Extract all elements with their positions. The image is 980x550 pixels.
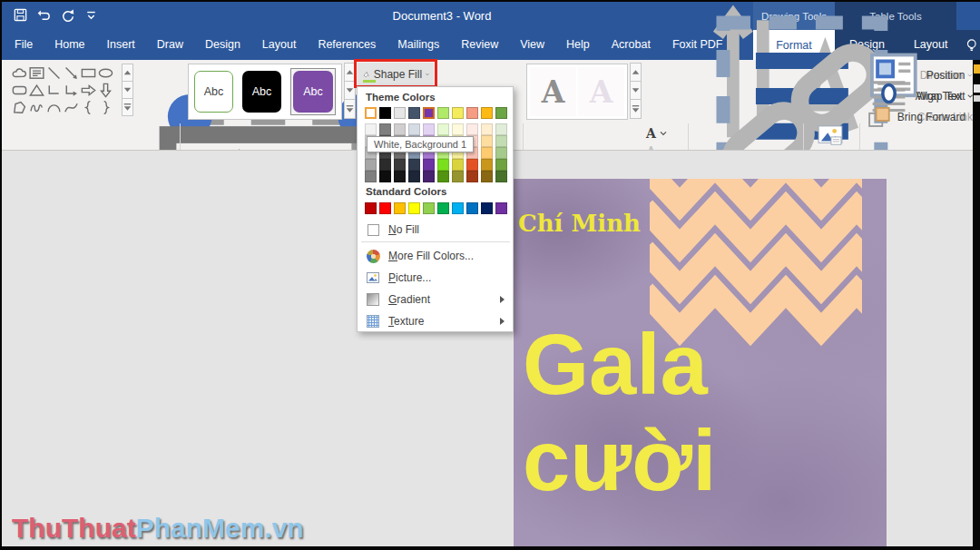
menu-item-picture[interactable]: Picture... <box>358 267 513 289</box>
tab-references[interactable]: References <box>307 30 387 60</box>
theme-variant-swatch[interactable] <box>481 123 493 135</box>
theme-color-swatch[interactable] <box>437 107 449 119</box>
standard-color-swatch[interactable] <box>379 202 391 214</box>
theme-variant-swatch[interactable] <box>394 123 406 135</box>
wrap-text-button[interactable]: Wrap Text <box>866 87 971 105</box>
theme-color-swatch[interactable] <box>379 107 391 119</box>
theme-color-swatch[interactable] <box>408 107 420 119</box>
theme-variant-swatch[interactable] <box>394 171 406 182</box>
theme-variant-swatch[interactable] <box>481 171 493 182</box>
theme-variant-swatch[interactable] <box>408 159 420 171</box>
theme-color-swatch[interactable] <box>423 107 435 119</box>
standard-color-swatch[interactable] <box>452 202 464 214</box>
theme-variant-swatch[interactable] <box>495 135 507 147</box>
theme-variant-swatch[interactable] <box>423 171 435 182</box>
theme-color-swatch[interactable] <box>365 107 377 119</box>
theme-variant-swatch[interactable] <box>495 171 507 182</box>
customize-qat-icon[interactable] <box>83 7 99 23</box>
standard-color-swatch[interactable] <box>481 202 493 214</box>
theme-variant-swatch[interactable] <box>365 123 377 135</box>
scribble-icon[interactable] <box>28 99 45 116</box>
text-fill-button[interactable]: A <box>646 124 667 142</box>
theme-variant-swatch[interactable] <box>452 123 464 135</box>
theme-variant-swatch[interactable] <box>466 159 478 171</box>
tab-acrobat[interactable]: Acrobat <box>601 30 662 60</box>
scroll-more-icon[interactable] <box>630 99 642 119</box>
triangle-icon[interactable] <box>28 82 45 99</box>
theme-variant-swatch[interactable] <box>423 123 435 135</box>
tab-review[interactable]: Review <box>450 30 509 60</box>
brace-left-icon[interactable] <box>80 99 97 116</box>
freeform-icon[interactable] <box>11 99 28 116</box>
theme-variant-swatch[interactable] <box>437 171 449 182</box>
theme-variant-swatch[interactable] <box>365 171 377 182</box>
wordart-style-preview[interactable]: A <box>578 67 624 116</box>
standard-color-swatch[interactable] <box>495 202 507 214</box>
scroll-up-icon[interactable] <box>122 64 133 82</box>
theme-variant-swatch[interactable] <box>394 159 406 171</box>
standard-color-swatch[interactable] <box>423 202 435 214</box>
brace-right-icon[interactable] <box>97 99 114 116</box>
tab-draw[interactable]: Draw <box>146 30 194 60</box>
arrow-line-icon[interactable] <box>63 64 80 82</box>
theme-variant-swatch[interactable] <box>379 123 391 135</box>
theme-variant-swatch[interactable] <box>408 123 420 135</box>
elbow-arrow-icon[interactable] <box>63 82 80 99</box>
text-box-icon[interactable] <box>28 64 45 82</box>
standard-color-swatch[interactable] <box>437 202 449 214</box>
theme-variant-swatch[interactable] <box>452 171 464 182</box>
line-icon[interactable] <box>45 64 63 82</box>
theme-variant-swatch[interactable] <box>437 123 449 135</box>
standard-color-swatch[interactable] <box>466 202 478 214</box>
theme-variant-swatch[interactable] <box>437 159 449 171</box>
scroll-up-icon[interactable] <box>630 63 642 82</box>
tab-insert[interactable]: Insert <box>96 30 146 60</box>
theme-variant-swatch[interactable] <box>495 123 507 135</box>
tell-me-lightbulb-icon[interactable] <box>964 36 980 54</box>
arc-icon[interactable] <box>45 99 63 116</box>
shape-style-preview-2[interactable]: Abc <box>242 71 281 113</box>
tab-home[interactable]: Home <box>44 30 95 60</box>
elbow-icon[interactable] <box>45 82 63 99</box>
scroll-more-icon[interactable] <box>122 98 133 116</box>
theme-color-swatch[interactable] <box>452 107 464 119</box>
theme-variant-swatch[interactable] <box>379 159 391 171</box>
standard-color-swatch[interactable] <box>408 202 420 214</box>
curve-icon[interactable] <box>63 99 80 116</box>
theme-variant-swatch[interactable] <box>466 123 478 135</box>
tab-mailings[interactable]: Mailings <box>387 30 450 60</box>
theme-variant-swatch[interactable] <box>379 171 391 182</box>
undo-icon[interactable] <box>36 7 52 23</box>
tab-layout[interactable]: Layout <box>251 30 308 60</box>
tab-design[interactable]: Design <box>194 30 251 60</box>
scroll-down-icon[interactable] <box>122 81 133 99</box>
theme-variant-swatch[interactable] <box>466 171 478 182</box>
theme-variant-swatch[interactable] <box>495 147 507 159</box>
scroll-more-icon[interactable] <box>344 99 356 119</box>
theme-color-swatch[interactable] <box>466 107 478 119</box>
rectangle-icon[interactable] <box>80 64 97 82</box>
shape-style-preview-1[interactable]: Abc <box>194 71 233 113</box>
theme-variant-swatch[interactable] <box>481 135 493 147</box>
theme-variant-swatch[interactable] <box>452 159 464 171</box>
tab-view[interactable]: View <box>509 30 555 60</box>
menu-item-texture[interactable]: Texture <box>358 310 513 332</box>
scroll-down-icon[interactable] <box>630 81 642 100</box>
theme-color-swatch[interactable] <box>481 107 493 119</box>
shape-style-preview-3[interactable]: Abc <box>293 71 333 113</box>
tab-file[interactable]: File <box>4 30 44 60</box>
theme-variant-swatch[interactable] <box>365 159 377 171</box>
theme-color-swatch[interactable] <box>394 107 406 119</box>
theme-variant-swatch[interactable] <box>495 159 507 171</box>
bring-forward-button[interactable]: Bring Forward <box>866 108 971 126</box>
arrow-right-icon[interactable] <box>80 82 97 99</box>
redo-icon[interactable] <box>60 7 75 23</box>
arrow-down-icon[interactable] <box>97 82 114 99</box>
theme-variant-swatch[interactable] <box>481 147 493 159</box>
theme-variant-swatch[interactable] <box>408 171 420 182</box>
standard-color-swatch[interactable] <box>365 202 377 214</box>
theme-color-swatch[interactable] <box>495 107 507 119</box>
theme-variant-swatch[interactable] <box>481 159 493 171</box>
oval-icon[interactable] <box>97 64 114 82</box>
tab-help[interactable]: Help <box>555 30 601 60</box>
